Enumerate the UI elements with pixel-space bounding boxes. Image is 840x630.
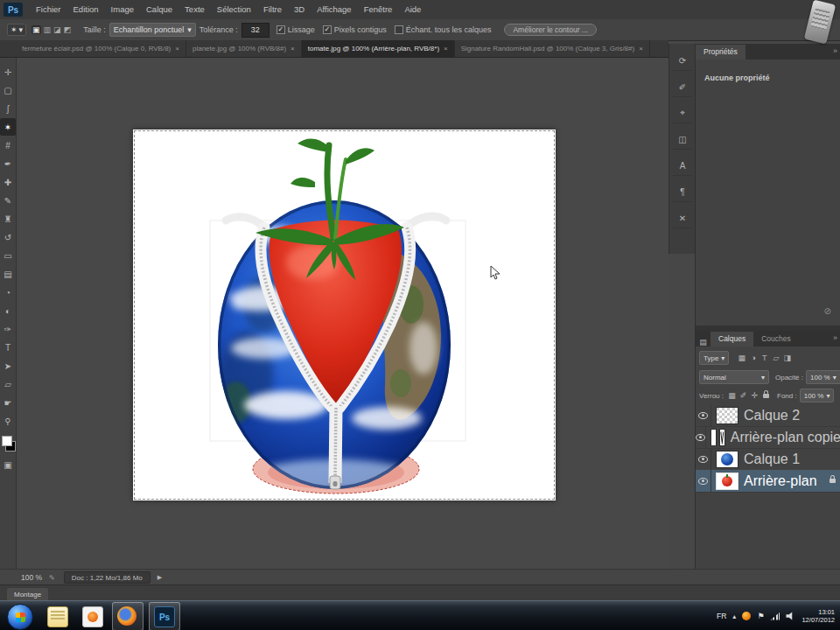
layer-row-calque-1[interactable]: Calque 1 — [696, 448, 840, 471]
tab-couches[interactable]: Couches — [753, 332, 799, 346]
marquee-tool[interactable]: ▢ — [0, 81, 16, 99]
menu-texte[interactable]: Texte — [178, 0, 211, 19]
paragraph-panel-icon[interactable]: ¶ — [673, 182, 692, 202]
echant-tous-calques-checkbox[interactable]: Échant. tous les calques — [395, 25, 492, 34]
doc-tab-tomate-active[interactable]: tomate.jpg @ 100% (Arrière-plan, RVB/8*)… — [302, 40, 455, 57]
zoom-tool[interactable]: ⚲ — [0, 412, 16, 430]
filter-pixel-layers-icon[interactable]: ▦ — [736, 354, 747, 362]
close-icon[interactable]: × — [175, 45, 179, 52]
visibility-toggle[interactable] — [696, 426, 706, 448]
layer-thumbnail[interactable] — [716, 472, 738, 490]
layer-row-calque-2[interactable]: Calque 2 — [696, 404, 840, 427]
pen-tool[interactable]: ✑ — [0, 320, 16, 338]
opacity-value-dropdown[interactable]: 100 % ▾ — [806, 370, 840, 384]
magic-wand-tool[interactable]: ✶ — [0, 118, 16, 136]
clock[interactable]: 13:01 12/07/2012 — [802, 608, 835, 624]
layer-mask-thumbnail[interactable] — [719, 429, 725, 446]
history-brush-tool[interactable]: ↺ — [0, 228, 16, 246]
pixels-contigus-checkbox[interactable]: ✓ Pixels contigus — [323, 25, 387, 34]
brush-panel-icon[interactable]: ✐ — [673, 77, 692, 97]
volume-icon[interactable] — [786, 612, 795, 620]
antivirus-tray-icon[interactable] — [742, 612, 751, 620]
layer-thumbnail[interactable] — [716, 407, 738, 424]
history-panel-icon[interactable]: ⟳ — [673, 51, 692, 71]
menu-3d[interactable]: 3D — [288, 0, 311, 19]
sample-size-dropdown[interactable]: Echantillon ponctuel ▾ — [109, 23, 196, 37]
filter-smart-objects-icon[interactable]: ◨ — [781, 354, 793, 362]
doc-tab-planete[interactable]: planete.jpg @ 100% (RVB/8#) × — [186, 40, 302, 57]
brush-tool[interactable]: ✎ — [0, 192, 16, 209]
visibility-toggle[interactable] — [696, 470, 711, 492]
character-panel-icon[interactable]: A — [673, 156, 692, 176]
hand-tool[interactable]: ☛ — [0, 394, 16, 411]
subtract-selection-icon[interactable]: ◪ — [53, 25, 61, 34]
filter-type-layers-icon[interactable]: T — [759, 354, 770, 362]
zoom-level[interactable]: 100 % — [21, 573, 42, 582]
lock-pixels-icon[interactable]: ✐ — [738, 391, 749, 400]
layer-thumbnail[interactable] — [716, 451, 738, 468]
hidden-icons-chevron[interactable]: ▴ — [732, 612, 736, 620]
filter-shape-layers-icon[interactable]: ▱ — [770, 354, 781, 362]
lock-transparency-icon[interactable]: ▦ — [726, 391, 738, 400]
menu-filtre[interactable]: Filtre — [257, 0, 288, 19]
tab-calques[interactable]: Calques — [710, 332, 753, 346]
close-icon[interactable]: × — [290, 45, 295, 52]
lock-all-icon[interactable] — [763, 394, 769, 398]
collapse-panel-icon[interactable]: » — [833, 333, 837, 342]
menu-affichage[interactable]: Affichage — [311, 0, 357, 19]
menu-selection[interactable]: Sélection — [211, 0, 257, 19]
foreground-color-swatch[interactable] — [2, 436, 12, 446]
clone-source-panel-icon[interactable]: ⌖ — [673, 103, 692, 123]
collapse-panel-icon[interactable]: » — [833, 46, 837, 55]
start-button[interactable] — [7, 604, 33, 630]
eyedropper-tool[interactable]: ✒ — [0, 155, 16, 172]
eraser-tool[interactable]: ▭ — [0, 247, 16, 264]
clone-stamp-tool[interactable]: ♜ — [0, 210, 16, 228]
tab-montage[interactable]: Montage — [7, 588, 48, 601]
doc-tab-fermeture-eclair[interactable]: fermeture éclair.psd @ 100% (Calque 0, R… — [16, 40, 186, 57]
type-tool[interactable]: T — [0, 339, 16, 356]
close-icon[interactable]: × — [639, 45, 643, 52]
visibility-toggle[interactable] — [696, 404, 711, 426]
healing-tool[interactable]: ✚ — [0, 173, 16, 191]
screen-mode-icon[interactable]: ▣ — [0, 456, 16, 473]
intersect-selection-icon[interactable]: ◩ — [64, 25, 72, 34]
visibility-toggle[interactable] — [696, 448, 711, 470]
action-center-icon[interactable]: ⚑ — [757, 612, 764, 620]
gradient-tool[interactable]: ▤ — [0, 265, 16, 283]
crop-tool[interactable]: # — [0, 136, 16, 154]
layer-thumbnail[interactable] — [710, 429, 717, 446]
shape-tool[interactable]: ▱ — [0, 375, 16, 393]
active-tool-chip[interactable]: ✶ ▾ — [7, 24, 26, 36]
fill-value-dropdown[interactable]: 100 % ▾ — [800, 388, 835, 402]
histogram-panel-icon[interactable]: ◫ — [673, 130, 692, 150]
filter-adjustment-layers-icon[interactable]: ◑ — [747, 354, 759, 362]
document-size-info[interactable]: Doc : 1,22 Mo/1,86 Mo — [64, 571, 150, 584]
tab-proprietes[interactable]: Propriétés — [696, 45, 746, 60]
new-selection-icon[interactable]: ▣ — [32, 25, 41, 34]
lissage-checkbox[interactable]: ✓ Lissage — [276, 25, 315, 34]
language-indicator[interactable]: FR — [717, 612, 726, 620]
layer-row-arriere-plan-copie[interactable]: Arrière-plan copie — [696, 426, 840, 449]
status-arrow-icon[interactable]: ▶ — [158, 574, 162, 581]
blend-mode-dropdown[interactable]: Normal ▾ — [699, 370, 769, 384]
notes-app-icon[interactable] — [47, 606, 68, 627]
lasso-tool[interactable]: ʃ — [0, 100, 16, 117]
network-icon[interactable] — [770, 612, 780, 620]
layer-row-arriere-plan-selected[interactable]: Arrière-plan — [696, 470, 840, 493]
menu-image[interactable]: Image — [105, 0, 140, 19]
tool-presets-panel-icon[interactable]: ✕ — [673, 208, 692, 228]
menu-aide[interactable]: Aide — [398, 0, 427, 19]
close-icon[interactable]: × — [444, 45, 448, 52]
filter-type-dropdown[interactable]: Type ▾ — [699, 351, 729, 365]
menu-fichier[interactable]: Fichier — [30, 0, 67, 19]
path-selection-tool[interactable]: ➤ — [0, 357, 16, 374]
panel-menu-icon[interactable]: ▤ — [697, 338, 709, 346]
tolerance-input[interactable] — [242, 23, 270, 38]
refine-edge-button[interactable]: Améliorer le contour ... — [504, 24, 597, 36]
media-app-icon[interactable] — [82, 606, 103, 627]
dodge-tool[interactable]: ◐ — [0, 302, 16, 319]
menu-calque[interactable]: Calque — [140, 0, 178, 19]
menu-fenetre[interactable]: Fenêtre — [358, 0, 399, 19]
doc-tab-signature[interactable]: Signature RandomHall.psd @ 100% (Calque … — [455, 40, 650, 57]
